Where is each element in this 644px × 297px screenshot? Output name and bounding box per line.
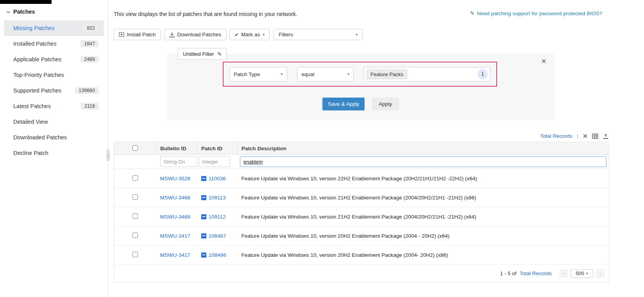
next-page-button[interactable]: › <box>596 270 604 277</box>
sidebar-item[interactable]: Supported Patches 139660 <box>4 83 104 98</box>
row-checkbox[interactable] <box>132 233 138 238</box>
edit-pencil-icon[interactable]: ✎ <box>218 51 222 57</box>
close-icon[interactable]: × <box>541 57 546 66</box>
column-chooser-icon[interactable] <box>592 133 598 139</box>
sidebar-item[interactable]: Missing Patches 822 <box>4 20 104 36</box>
select-all-checkbox[interactable] <box>132 145 138 151</box>
sidebar-item[interactable]: Applicable Patches 2469 <box>4 52 104 67</box>
criteria-value-field[interactable]: Feature Packs 1 <box>364 67 490 82</box>
patch-icon <box>201 214 206 219</box>
patch-id-link[interactable]: 109113 <box>209 195 226 201</box>
patch-id-link[interactable]: 110036 <box>209 176 226 181</box>
support-link[interactable]: ✎ Need patching support for password pro… <box>470 10 602 16</box>
sidebar-item[interactable]: Top-Priority Patches <box>4 67 104 83</box>
filter-criteria-highlight: Patch Type ▾ equal ▾ Feature Packs 1 <box>223 62 497 87</box>
sidebar-item[interactable]: Latest Patches 2116 <box>4 98 104 114</box>
bulletin-id-filter-input[interactable] <box>160 157 197 167</box>
sidebar-item-label: Missing Patches <box>13 25 55 31</box>
col-bulletin-id[interactable]: Bulletin ID <box>156 142 197 155</box>
row-checkbox[interactable] <box>132 194 138 200</box>
patch-description: Feature Update via Windows 10, version 2… <box>238 188 609 207</box>
sidebar-item[interactable]: Detailed View <box>4 114 104 130</box>
toolbar: Install Patch Download Patches ✔ Mark as… <box>114 29 644 40</box>
description-filter-input[interactable] <box>240 157 607 167</box>
bulletin-id-link[interactable]: MSWU-3468 <box>160 214 190 220</box>
row-checkbox[interactable] <box>132 213 138 219</box>
mark-as-button[interactable]: ✔ Mark as ▾ <box>229 29 270 40</box>
sidebar-items: Missing Patches 822 Installed Patches 16… <box>0 20 108 161</box>
support-link-label: Need patching support for password prote… <box>477 11 602 16</box>
page-header: This view displays the list of patches t… <box>114 10 644 17</box>
col-patch-description[interactable]: Patch Description <box>238 142 609 155</box>
row-checkbox[interactable] <box>132 252 138 257</box>
sidebar-item[interactable]: Downloaded Patches <box>4 130 104 145</box>
bulletin-id-link[interactable]: MSWU-3528 <box>160 176 190 181</box>
record-range-label: 1 - 5 of <box>500 270 516 276</box>
export-icon[interactable] <box>603 133 608 139</box>
bulletin-id-link[interactable]: MSWU-3417 <box>160 233 190 239</box>
total-records-link[interactable]: Total Records <box>540 133 572 139</box>
sidebar-section-patches[interactable]: Patches <box>0 9 108 20</box>
patch-id-filter-input[interactable] <box>199 157 230 167</box>
row-select-cell <box>114 169 156 188</box>
sidebar-item-label: Applicable Patches <box>13 56 61 62</box>
caret-down-icon: ▾ <box>263 33 265 37</box>
download-patches-button[interactable]: Download Patches <box>164 29 227 40</box>
criteria-field-value: Patch Type <box>234 71 260 77</box>
sidebar-item[interactable]: Installed Patches 1647 <box>4 36 104 52</box>
criteria-operator-select[interactable]: equal ▾ <box>297 67 354 82</box>
save-apply-button[interactable]: Save & Apply <box>322 98 365 110</box>
filters-label: Filters <box>279 32 293 37</box>
patch-id-link[interactable]: 108487 <box>209 233 226 239</box>
install-patch-button[interactable]: Install Patch <box>114 29 161 40</box>
criteria-field-select[interactable]: Patch Type ▾ <box>229 67 287 82</box>
table-row: MSWU-3468 109112 Feature Update via Wind… <box>114 207 609 226</box>
row-select-cell <box>114 245 156 265</box>
sidebar-item-count: 1647 <box>80 40 98 48</box>
criteria-operator-value: equal <box>302 71 315 77</box>
filter-panel: Untitled Filter ✎ × Patch Type ▾ equal ▾… <box>167 54 554 120</box>
patch-id-link[interactable]: 109112 <box>209 214 226 220</box>
row-select-cell <box>114 188 156 207</box>
filter-empty-cell <box>114 155 156 169</box>
apply-button[interactable]: Apply <box>372 98 399 110</box>
row-select-cell <box>114 226 156 245</box>
sidebar-item[interactable]: Decline Patch <box>4 145 104 161</box>
patch-id-link[interactable]: 108486 <box>209 252 226 258</box>
table-row: MSWU-3417 108487 Feature Update via Wind… <box>114 226 609 245</box>
patch-description: Feature Update via Windows 10, version 2… <box>238 207 609 226</box>
bulletin-id-link[interactable]: MSWU-3468 <box>160 195 190 201</box>
caret-down-icon: ▾ <box>281 72 283 76</box>
footer-total-records-link[interactable]: Total Records <box>519 270 552 276</box>
sidebar-item-label: Detailed View <box>13 119 48 125</box>
download-icon <box>169 32 175 37</box>
col-patch-id[interactable]: Patch ID <box>197 142 238 155</box>
note-pencil-icon: ✎ <box>470 10 475 16</box>
top-black-bar <box>0 0 52 4</box>
table-row: MSWU-3528 110036 Feature Update via Wind… <box>114 169 609 188</box>
sidebar-item-label: Supported Patches <box>13 87 61 94</box>
patch-icon <box>201 195 206 200</box>
page-size-dropdown[interactable]: 500 ▾ <box>571 269 593 278</box>
value-count-badge: 1 <box>478 69 488 79</box>
sidebar-item-count: 2469 <box>80 56 98 63</box>
bulletin-id-link[interactable]: MSWU-3417 <box>160 252 190 258</box>
chevron-down-icon[interactable] <box>6 9 10 15</box>
table-row: MSWU-3417 108486 Feature Update via Wind… <box>114 245 609 265</box>
patch-icon <box>201 176 206 181</box>
filters-dropdown[interactable]: Filters ▾ <box>274 29 363 40</box>
row-select-cell <box>114 207 156 226</box>
prev-page-button[interactable]: ‹ <box>560 270 567 277</box>
view-description: This view displays the list of patches t… <box>114 10 297 17</box>
sidebar-resize-handle[interactable]: || <box>106 150 110 161</box>
separator: | <box>577 133 578 139</box>
install-icon <box>119 32 124 37</box>
caret-down-icon: ▾ <box>356 33 358 37</box>
table-filter-row <box>114 155 609 169</box>
mark-as-label: Mark as <box>241 32 260 37</box>
clear-filter-icon[interactable] <box>583 134 587 138</box>
sidebar-item-label: Decline Patch <box>13 150 48 156</box>
row-checkbox[interactable] <box>132 175 138 181</box>
filter-panel-actions: Save & Apply Apply <box>167 98 554 110</box>
filter-name-tab[interactable]: Untitled Filter ✎ <box>178 48 227 60</box>
